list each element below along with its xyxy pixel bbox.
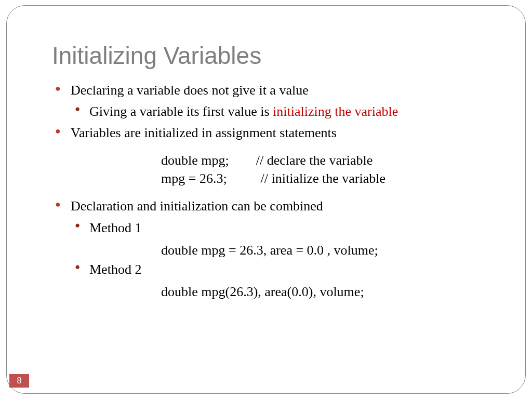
code-line-2: mpg = 26.3; // initialize the variable — [161, 171, 385, 186]
bullet-method2: Method 2 — [52, 260, 501, 278]
code-method1: double mpg = 26.3, area = 0.0 , volume; — [52, 240, 501, 260]
bullet-declaring: Declaring a variable does not give it a … — [52, 81, 501, 99]
slide: Initializing Variables Declaring a varia… — [0, 0, 532, 399]
bullet-list: Declaring a variable does not give it a … — [52, 81, 501, 142]
code-line-1: double mpg; // declare the variable — [161, 153, 373, 168]
page-number: 8 — [9, 374, 29, 388]
bullet-combined: Declaration and initialization can be co… — [52, 197, 501, 215]
code-method2: double mpg(26.3), area(0.0), volume; — [52, 282, 501, 302]
slide-title: Initializing Variables — [52, 42, 501, 70]
bullet-first-value-highlight: initializing the variable — [273, 104, 398, 119]
bullet-list-3: Method 2 — [52, 260, 501, 278]
bullet-first-value-text: Giving a variable its first value is — [89, 104, 273, 119]
slide-content: Initializing Variables Declaring a varia… — [0, 0, 532, 399]
bullet-first-value: Giving a variable its first value is ini… — [52, 102, 501, 121]
code-declare-init: double mpg; // declare the variable mpg … — [52, 151, 501, 188]
bullet-assignment: Variables are initialized in assignment … — [52, 124, 501, 142]
bullet-list-2: Declaration and initialization can be co… — [52, 197, 501, 236]
bullet-method1: Method 1 — [52, 219, 501, 237]
